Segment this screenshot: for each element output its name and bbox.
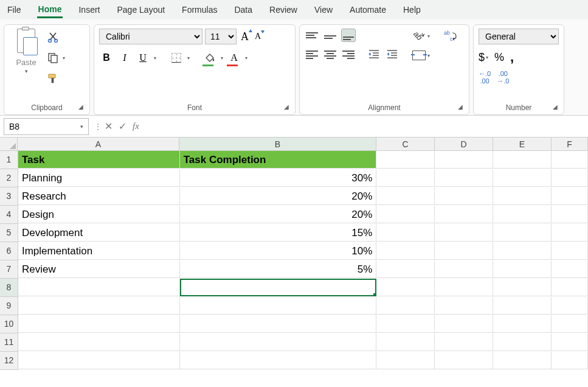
decrease-indent-button[interactable]: [367, 48, 381, 61]
row-header[interactable]: 5: [0, 224, 18, 242]
menu-page-layout[interactable]: Page Layout: [116, 2, 166, 17]
decrease-decimal-button[interactable]: .00→.0: [497, 70, 509, 85]
number-launcher-icon[interactable]: ◢: [553, 103, 561, 112]
row-header[interactable]: 6: [0, 242, 18, 260]
cell-B8[interactable]: [180, 279, 377, 296]
chevron-down-icon[interactable]: ▾: [221, 55, 223, 61]
paste-button[interactable]: Paste ▾: [9, 29, 43, 74]
accounting-format-button[interactable]: $ ▾: [479, 51, 488, 64]
cell[interactable]: [493, 206, 552, 223]
cell[interactable]: [376, 169, 435, 187]
cell-A6[interactable]: Implementation: [18, 242, 180, 260]
decrease-font-size-button[interactable]: A: [253, 32, 263, 41]
cell-B4[interactable]: 20%: [180, 206, 377, 223]
cell[interactable]: [493, 187, 552, 205]
formula-input[interactable]: [139, 119, 588, 134]
font-color-button[interactable]: A: [227, 51, 241, 65]
cancel-formula-button[interactable]: ✕: [105, 120, 112, 132]
cell-B1[interactable]: Task Completion: [180, 151, 377, 169]
cell-A7[interactable]: Review: [18, 260, 180, 278]
orientation-button[interactable]: ab ▾: [412, 30, 430, 42]
menu-home[interactable]: Home: [37, 2, 63, 18]
cell[interactable]: [376, 297, 435, 315]
cell[interactable]: [18, 315, 180, 333]
cell[interactable]: [493, 297, 552, 315]
cell[interactable]: [493, 352, 552, 369]
chevron-down-icon[interactable]: ▾: [245, 55, 247, 61]
align-center-button[interactable]: [323, 48, 337, 61]
cell[interactable]: [376, 260, 435, 278]
cell[interactable]: [552, 169, 588, 187]
row-header[interactable]: 1: [0, 151, 18, 169]
copy-button[interactable]: ▾: [47, 52, 65, 64]
column-header-E[interactable]: E: [493, 138, 552, 151]
cell[interactable]: [376, 333, 435, 351]
row-header[interactable]: 7: [0, 260, 18, 279]
cell-A4[interactable]: Design: [18, 206, 180, 223]
cell[interactable]: [552, 315, 588, 333]
cell-A2[interactable]: Planning: [18, 169, 180, 187]
row-header[interactable]: 3: [0, 187, 18, 206]
cell[interactable]: [435, 352, 493, 369]
cell-B2[interactable]: 30%: [180, 169, 377, 187]
cell[interactable]: [435, 224, 493, 242]
cell[interactable]: [376, 187, 435, 205]
menu-review[interactable]: Review: [268, 2, 299, 17]
menu-formulas[interactable]: Formulas: [181, 2, 218, 17]
chevron-down-icon[interactable]: ▾: [187, 55, 190, 61]
cell[interactable]: [493, 151, 552, 169]
cell[interactable]: [18, 297, 180, 315]
cell[interactable]: [180, 297, 377, 315]
increase-font-size-button[interactable]: A: [239, 30, 251, 43]
percent-format-button[interactable]: %: [494, 51, 504, 64]
enter-formula-button[interactable]: ✓: [119, 120, 126, 132]
row-header[interactable]: 9: [0, 297, 18, 315]
cell-B6[interactable]: 10%: [180, 242, 377, 260]
cell[interactable]: [552, 224, 588, 242]
insert-function-button[interactable]: fx: [133, 121, 139, 131]
merge-center-button[interactable]: ▾: [412, 51, 430, 60]
cell[interactable]: [493, 333, 552, 351]
cell[interactable]: [493, 169, 552, 187]
cell[interactable]: [18, 352, 180, 369]
cell[interactable]: [493, 224, 552, 242]
row-header[interactable]: 8: [0, 279, 18, 297]
cell[interactable]: [180, 315, 377, 333]
cell[interactable]: [18, 333, 180, 351]
cell[interactable]: [376, 315, 435, 333]
name-box[interactable]: B8 ▾: [4, 118, 89, 135]
alignment-launcher-icon[interactable]: ◢: [458, 103, 466, 112]
clipboard-launcher-icon[interactable]: ◢: [78, 103, 87, 112]
align-bottom-button[interactable]: [341, 29, 356, 42]
cell[interactable]: [435, 242, 493, 260]
cell[interactable]: [435, 333, 493, 351]
select-all-corner[interactable]: [0, 138, 18, 151]
cell-A1[interactable]: Task: [18, 151, 180, 169]
cell[interactable]: [376, 224, 435, 242]
increase-decimal-button[interactable]: ←.0.00: [479, 70, 491, 85]
format-painter-button[interactable]: [47, 72, 65, 85]
row-header[interactable]: 12: [0, 352, 18, 370]
cell[interactable]: [493, 260, 552, 278]
cell[interactable]: [552, 279, 588, 296]
cell[interactable]: [376, 206, 435, 223]
cell-B5[interactable]: 15%: [180, 224, 377, 242]
font-launcher-icon[interactable]: ◢: [284, 103, 292, 112]
cell-B7[interactable]: 5%: [180, 260, 377, 278]
align-left-button[interactable]: [305, 48, 319, 61]
row-header[interactable]: 10: [0, 315, 18, 333]
cell[interactable]: [493, 279, 552, 296]
cell[interactable]: [435, 151, 493, 169]
cell[interactable]: [552, 242, 588, 260]
cell[interactable]: [376, 279, 435, 296]
column-header-B[interactable]: B: [179, 138, 376, 151]
cell[interactable]: [376, 151, 435, 169]
cell[interactable]: [435, 206, 493, 223]
underline-button[interactable]: U: [136, 51, 150, 65]
font-name-select[interactable]: Calibri: [99, 29, 202, 44]
align-middle-button[interactable]: [323, 29, 337, 42]
cell-A5[interactable]: Development: [18, 224, 180, 242]
menu-insert[interactable]: Insert: [77, 2, 101, 17]
borders-button[interactable]: [169, 51, 184, 65]
cell[interactable]: [552, 297, 588, 315]
